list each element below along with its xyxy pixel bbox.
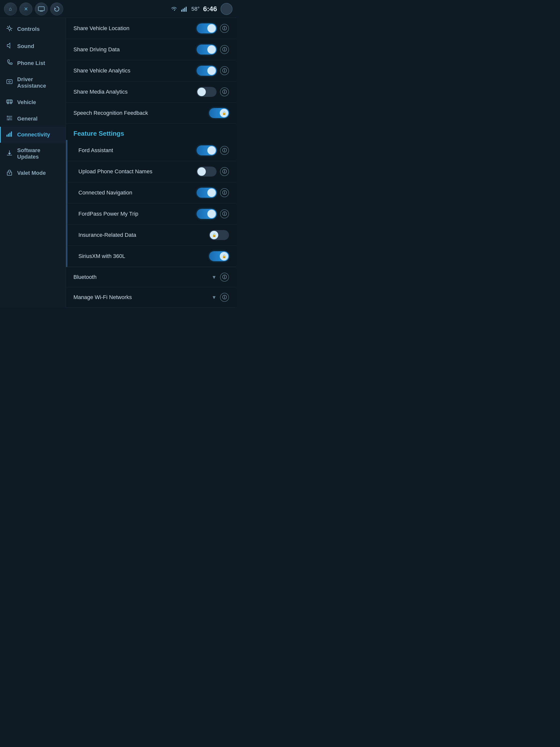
toggle-knob bbox=[207, 45, 216, 54]
svg-point-23 bbox=[10, 102, 12, 104]
settings-list: Share Vehicle Location ⓘ Share Driving D… bbox=[66, 18, 236, 308]
settings-row-right: ⓘ bbox=[196, 87, 229, 97]
bluetooth-accordion[interactable]: Bluetooth ▼ ⓘ bbox=[66, 267, 236, 287]
sidebar-item-general[interactable]: General bbox=[0, 111, 66, 127]
phone-icon bbox=[6, 59, 13, 67]
share-vehicle-location-toggle[interactable] bbox=[196, 23, 216, 33]
settings-row-siriusxm: SiriusXM with 360L 🔒 bbox=[67, 246, 236, 267]
share-media-analytics-label: Share Media Analytics bbox=[74, 88, 128, 95]
settings-row-connected-navigation: Connected Navigation ⓘ bbox=[67, 182, 236, 203]
valet-mode-icon bbox=[6, 169, 13, 177]
connected-navigation-toggle[interactable] bbox=[196, 188, 216, 198]
siriusxm-toggle[interactable]: 🔒 bbox=[209, 251, 229, 261]
signal-icon bbox=[181, 6, 188, 12]
insurance-data-toggle[interactable]: 🔒 bbox=[209, 230, 229, 240]
bluetooth-info[interactable]: ⓘ bbox=[220, 273, 229, 282]
settings-row-right: ⓘ bbox=[196, 188, 229, 198]
upload-phone-contact-info[interactable]: ⓘ bbox=[220, 167, 229, 176]
sidebar-item-label: Valet Mode bbox=[17, 170, 46, 176]
sidebar-item-label: DriverAssistance bbox=[17, 76, 46, 89]
sidebar-item-label: Connectivity bbox=[17, 131, 50, 138]
svg-rect-0 bbox=[38, 7, 44, 11]
svg-rect-30 bbox=[6, 135, 7, 137]
sidebar-item-label: Controls bbox=[17, 26, 39, 32]
svg-rect-6 bbox=[184, 8, 185, 12]
close-button[interactable]: ✕ bbox=[20, 2, 32, 16]
toggle-knob: 🔒 bbox=[220, 252, 228, 260]
sidebar-item-driver-assistance[interactable]: DriverAssistance bbox=[0, 72, 66, 94]
share-vehicle-analytics-info[interactable]: ⓘ bbox=[220, 66, 229, 75]
share-media-analytics-info[interactable]: ⓘ bbox=[220, 87, 229, 96]
lock-icon: 🔒 bbox=[212, 233, 216, 237]
fordpass-power-toggle[interactable] bbox=[196, 209, 216, 219]
insurance-data-label: Insurance-Related Data bbox=[78, 232, 136, 238]
bluetooth-chevron: ▼ bbox=[212, 275, 216, 280]
settings-row-right: ⓘ bbox=[196, 66, 229, 76]
upload-phone-contact-label: Upload Phone Contact Names bbox=[78, 168, 152, 175]
content-area: Share Vehicle Location ⓘ Share Driving D… bbox=[66, 18, 236, 308]
svg-line-14 bbox=[11, 30, 12, 31]
upload-phone-contact-toggle[interactable] bbox=[196, 166, 216, 177]
bluetooth-label: Bluetooth bbox=[74, 274, 97, 280]
sidebar-item-valet-mode[interactable]: Valet Mode bbox=[0, 165, 66, 182]
share-media-analytics-toggle[interactable] bbox=[196, 87, 216, 97]
sidebar-item-sound[interactable]: Sound bbox=[0, 38, 66, 55]
svg-point-8 bbox=[8, 27, 11, 30]
manage-wifi-row[interactable]: Manage Wi-Fi Networks ▼ ⓘ bbox=[66, 287, 236, 308]
toggle-knob bbox=[207, 210, 216, 218]
top-bar: ⌂ ✕ 58° 6:46 bbox=[0, 0, 236, 18]
sound-icon bbox=[6, 42, 13, 50]
toggle-knob: 🔒 bbox=[220, 109, 228, 117]
settings-row-right: ⓘ bbox=[196, 166, 229, 177]
connected-navigation-info[interactable]: ⓘ bbox=[220, 188, 229, 197]
speech-recognition-toggle[interactable]: 🔒 bbox=[209, 108, 229, 118]
share-driving-data-toggle[interactable] bbox=[196, 45, 216, 54]
refresh-button[interactable] bbox=[50, 2, 63, 16]
speech-recognition-label: Speech Recognition Feedback bbox=[74, 110, 148, 116]
sidebar-item-controls[interactable]: Controls bbox=[0, 20, 66, 38]
svg-line-13 bbox=[7, 26, 8, 27]
svg-rect-15 bbox=[7, 80, 12, 84]
driver-assistance-icon bbox=[6, 79, 13, 87]
svg-point-16 bbox=[9, 81, 10, 82]
settings-row-right: ⓘ bbox=[196, 146, 229, 155]
sidebar-item-label: General bbox=[17, 115, 37, 122]
general-icon bbox=[6, 115, 13, 122]
accordion-right: ▼ ⓘ bbox=[212, 293, 229, 302]
home-button[interactable]: ⌂ bbox=[4, 2, 17, 16]
toggle-knob bbox=[207, 67, 216, 75]
wifi-chevron: ▼ bbox=[212, 294, 216, 300]
settings-row-right: ⓘ bbox=[196, 23, 229, 33]
sidebar-item-phone-list[interactable]: Phone List bbox=[0, 55, 66, 72]
avatar[interactable] bbox=[220, 3, 233, 15]
lock-icon: 🔒 bbox=[222, 254, 226, 258]
settings-row-right: 🔒 bbox=[209, 230, 229, 240]
settings-row-upload-phone-contact: Upload Phone Contact Names ⓘ bbox=[67, 161, 236, 182]
wifi-icon bbox=[170, 6, 178, 12]
sidebar-item-connectivity[interactable]: Connectivity bbox=[0, 127, 66, 143]
settings-row-insurance-data: Insurance-Related Data 🔒 bbox=[67, 225, 236, 246]
share-vehicle-analytics-toggle[interactable] bbox=[196, 66, 216, 76]
sidebar-item-software-updates[interactable]: SoftwareUpdates bbox=[0, 143, 66, 165]
vehicle-icon bbox=[6, 98, 13, 106]
fordpass-power-info[interactable]: ⓘ bbox=[220, 209, 229, 218]
wifi-info[interactable]: ⓘ bbox=[220, 293, 229, 302]
top-bar-left: ⌂ ✕ bbox=[4, 2, 63, 16]
settings-row-fordpass-power: FordPass Power My Trip ⓘ bbox=[67, 203, 236, 225]
ford-assistant-info[interactable]: ⓘ bbox=[220, 146, 229, 155]
media-button[interactable] bbox=[35, 2, 48, 16]
ford-assistant-toggle[interactable] bbox=[196, 146, 216, 155]
feature-settings-title: Feature Settings bbox=[74, 130, 124, 137]
share-vehicle-location-info[interactable]: ⓘ bbox=[220, 24, 229, 33]
share-driving-data-info[interactable]: ⓘ bbox=[220, 45, 229, 54]
controls-icon bbox=[6, 25, 13, 33]
svg-marker-35 bbox=[8, 153, 11, 155]
temperature-display: 58° bbox=[191, 6, 199, 12]
toggle-knob bbox=[197, 88, 206, 96]
sidebar-item-label: Vehicle bbox=[17, 99, 36, 106]
svg-rect-20 bbox=[7, 100, 9, 102]
feature-settings-header: Feature Settings bbox=[66, 124, 236, 140]
settings-row-right: 🔒 bbox=[209, 108, 229, 118]
settings-row-share-vehicle-analytics: Share Vehicle Analytics ⓘ bbox=[66, 60, 236, 81]
sidebar-item-vehicle[interactable]: Vehicle bbox=[0, 94, 66, 111]
